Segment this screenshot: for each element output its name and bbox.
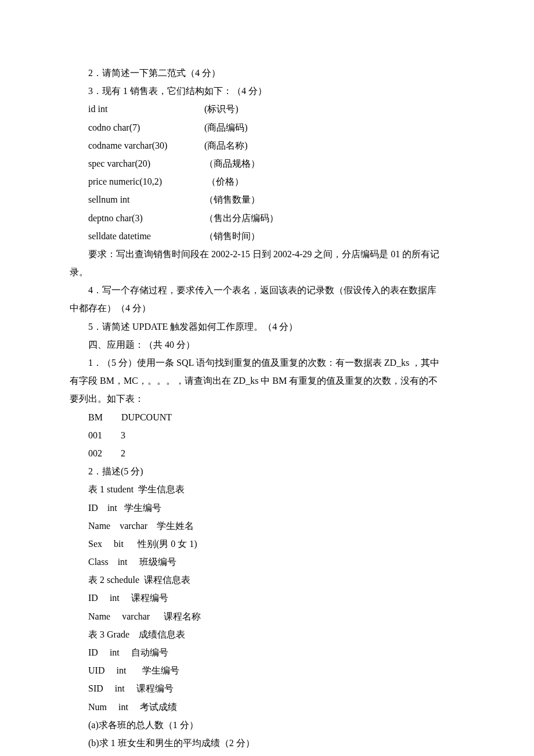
field-name: sellnum int (70, 190, 186, 208)
field-name: price numeric(10,2) (70, 172, 186, 190)
field-desc: （销售时间） (186, 227, 260, 245)
s4-q1-table-header: BM DUPCOUNT (70, 408, 464, 426)
section-4-title: 四、应用题：（共 40 分） (70, 336, 464, 354)
field-row: codno char(7) (商品编码) (70, 118, 464, 136)
question-5: 5．请简述 UPDATE 触发器如何工作原理。（4 分） (70, 318, 464, 336)
field-desc: (标识号) (186, 100, 239, 118)
table1-field: ID int 学生编号 (70, 499, 464, 517)
table3-field: SID int 课程编号 (70, 679, 464, 697)
question-3: 3．现有 1 销售表，它们结构如下：（4 分） (70, 82, 464, 100)
s4-q1-table-row1: 001 3 (70, 426, 464, 444)
s4-subquestion-b: (b)求 1 班女生和男生的平均成绩（2 分） (70, 734, 464, 752)
table3-title: 表 3 Grade 成绩信息表 (70, 625, 464, 643)
s4-q1-table-row2: 002 2 (70, 444, 464, 462)
s4-q2: 2．描述(5 分) (70, 462, 464, 480)
q3-requirement-line1: 要求：写出查询销售时间段在 2002-2-15 日到 2002-4-29 之间，… (70, 245, 464, 263)
field-name: selldate datetime (70, 227, 186, 245)
field-desc: （销售数量） (186, 190, 260, 208)
field-row: deptno char(3) （售出分店编码） (70, 209, 464, 227)
s4-subquestion-c: (c)各班"数据结构"(课程名称)不及格的人数（2 分） (70, 752, 464, 756)
table2-field: ID int 课程编号 (70, 589, 464, 607)
field-desc: (商品编码) (186, 118, 248, 136)
table3-field: UID int 学生编号 (70, 661, 464, 679)
field-name: codname varchar(30) (70, 136, 186, 154)
q3-requirement-line2: 录。 (70, 263, 464, 281)
field-row: id int (标识号) (70, 100, 464, 118)
field-name: codno char(7) (70, 118, 186, 136)
field-row: codname varchar(30) (商品名称) (70, 136, 464, 154)
s4-q1-line2: 有字段 BM，MC，。。。，请查询出在 ZD_ks 中 BM 有重复的值及重复的… (70, 372, 464, 390)
table1-field: Sex bit 性别(男 0 女 1) (70, 535, 464, 553)
field-row: price numeric(10,2) （价格） (70, 172, 464, 190)
field-row: spec varchar(20) （商品规格） (70, 154, 464, 172)
field-desc: (商品名称) (186, 136, 248, 154)
s4-subquestion-a: (a)求各班的总人数（1 分） (70, 716, 464, 734)
table3-field: Num int 考试成绩 (70, 698, 464, 716)
table1-title: 表 1 student 学生信息表 (70, 480, 464, 498)
field-row: selldate datetime （销售时间） (70, 227, 464, 245)
field-name: spec varchar(20) (70, 154, 186, 172)
field-desc: （价格） (186, 172, 244, 190)
question-4-line1: 4．写一个存储过程，要求传入一个表名，返回该表的记录数（假设传入的表在数据库 (70, 281, 464, 299)
table1-field: Name varchar 学生姓名 (70, 517, 464, 535)
document-page: 2．请简述一下第二范式（4 分） 3．现有 1 销售表，它们结构如下：（4 分）… (0, 0, 534, 756)
table2-field: Name varchar 课程名称 (70, 607, 464, 625)
table3-field: ID int 自动编号 (70, 643, 464, 661)
question-2: 2．请简述一下第二范式（4 分） (70, 64, 464, 82)
s4-q1-line3: 要列出。如下表： (70, 390, 464, 408)
field-row: sellnum int （销售数量） (70, 190, 464, 208)
field-desc: （商品规格） (186, 154, 260, 172)
field-name: id int (70, 100, 186, 118)
question-4-line2: 中都存在）（4 分） (70, 299, 464, 317)
table1-field: Class int 班级编号 (70, 553, 464, 571)
field-name: deptno char(3) (70, 209, 186, 227)
field-desc: （售出分店编码） (186, 209, 279, 227)
table2-title: 表 2 schedule 课程信息表 (70, 571, 464, 589)
s4-q1-line1: 1．（5 分）使用一条 SQL 语句找到重复的值及重复的次数：有一数据表 ZD_… (70, 354, 464, 372)
